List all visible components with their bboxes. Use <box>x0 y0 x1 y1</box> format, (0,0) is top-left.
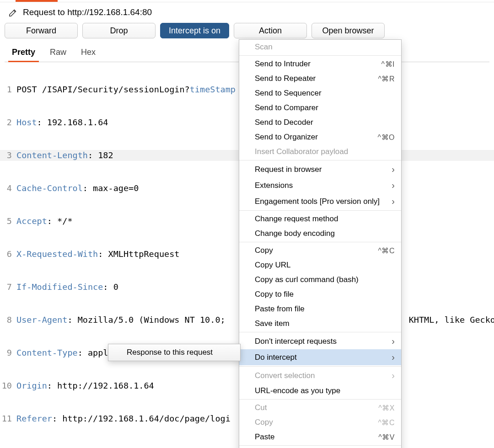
shortcut: ^⌘C <box>378 246 395 255</box>
top-separator <box>0 2 494 2</box>
tab-raw[interactable]: Raw <box>49 46 67 59</box>
line-number: 10 <box>0 380 16 391</box>
menu-scan: Scan <box>239 40 401 54</box>
menu-separator <box>239 55 401 56</box>
menu-change-body-encoding[interactable]: Change body encoding <box>239 226 401 241</box>
tab-pretty[interactable]: Pretty <box>11 46 36 59</box>
edit-icon <box>8 7 18 17</box>
menu-insert-collaborator: Insert Collaborator payload <box>239 144 401 159</box>
line-number: 2 <box>0 117 16 128</box>
menu-copy-to-file[interactable]: Copy to file <box>239 287 401 302</box>
menu-separator <box>239 445 401 446</box>
line-number: 3 <box>0 150 16 161</box>
shortcut: ^⌘I <box>381 60 395 69</box>
line-number: 4 <box>0 183 16 194</box>
menu-save-item[interactable]: Save item <box>239 316 401 331</box>
menu-request-in-browser[interactable]: Request in browser <box>239 161 401 177</box>
shortcut: ^⌘O <box>378 133 395 142</box>
intercept-toggle-button[interactable]: Intercept is on <box>160 23 229 38</box>
line-number: 11 <box>0 413 16 424</box>
line-number: 8 <box>0 315 16 325</box>
menu-copy-url[interactable]: Copy URL <box>239 258 401 272</box>
menu-send-comparer[interactable]: Send to Comparer <box>239 101 401 115</box>
menu-send-sequencer[interactable]: Send to Sequencer <box>239 86 401 101</box>
line-number: 7 <box>0 282 16 293</box>
toolbar: Forward Drop Intercept is on Action Open… <box>5 23 385 38</box>
menu-copy-2: Copy^⌘C <box>239 415 401 430</box>
shortcut: ^⌘C <box>378 418 395 427</box>
menu-change-method[interactable]: Change request method <box>239 212 401 226</box>
menu-send-decoder[interactable]: Send to Decoder <box>239 115 401 130</box>
submenu-response-to-this-request[interactable]: Response to this request <box>108 344 240 361</box>
line-number: 9 <box>0 347 16 358</box>
menu-dont-intercept[interactable]: Don't intercept requests <box>239 333 401 349</box>
line-number: 5 <box>0 216 16 227</box>
shortcut: ^⌘R <box>378 75 395 83</box>
line-number: 6 <box>0 249 16 260</box>
menu-separator <box>239 210 401 211</box>
menu-separator <box>239 399 401 400</box>
action-button[interactable]: Action <box>234 23 307 38</box>
title-row: Request to http://192.168.1.64:80 <box>8 7 489 17</box>
menu-copy-curl[interactable]: Copy as curl command (bash) <box>239 272 401 287</box>
menu-cut: Cut^⌘X <box>239 400 401 415</box>
open-browser-button[interactable]: Open browser <box>311 23 385 38</box>
menu-copy[interactable]: Copy^⌘C <box>239 243 401 258</box>
forward-button[interactable]: Forward <box>5 23 78 38</box>
tab-hex[interactable]: Hex <box>80 46 97 59</box>
menu-paste-from-file[interactable]: Paste from file <box>239 302 401 316</box>
shortcut: ^⌘X <box>378 404 395 412</box>
menu-separator <box>239 242 401 242</box>
drop-button[interactable]: Drop <box>82 23 156 38</box>
menu-send-intruder[interactable]: Send to Intruder^⌘I <box>239 57 401 71</box>
request-title: Request to http://192.168.1.64:80 <box>23 7 152 17</box>
menu-separator <box>239 332 401 332</box>
shortcut: ^⌘V <box>378 433 395 442</box>
menu-paste[interactable]: Paste^⌘V <box>239 430 401 444</box>
menu-separator <box>239 160 401 160</box>
line-number: 12 <box>0 446 16 448</box>
menu-do-intercept[interactable]: Do intercept <box>239 349 401 365</box>
line-number: 1 <box>0 84 16 95</box>
do-intercept-submenu: Response to this request <box>108 344 241 361</box>
menu-convert-selection: Convert selection <box>239 368 401 384</box>
context-menu: Scan Send to Intruder^⌘I Send to Repeate… <box>239 39 402 448</box>
menu-extensions[interactable]: Extensions <box>239 177 401 193</box>
menu-url-encode-as-you-type[interactable]: URL-encode as you type <box>239 384 401 398</box>
menu-send-organizer[interactable]: Send to Organizer^⌘O <box>239 130 401 144</box>
menu-separator <box>239 366 401 367</box>
menu-send-repeater[interactable]: Send to Repeater^⌘R <box>239 71 401 86</box>
menu-engagement-tools[interactable]: Engagement tools [Pro version only] <box>239 193 401 209</box>
